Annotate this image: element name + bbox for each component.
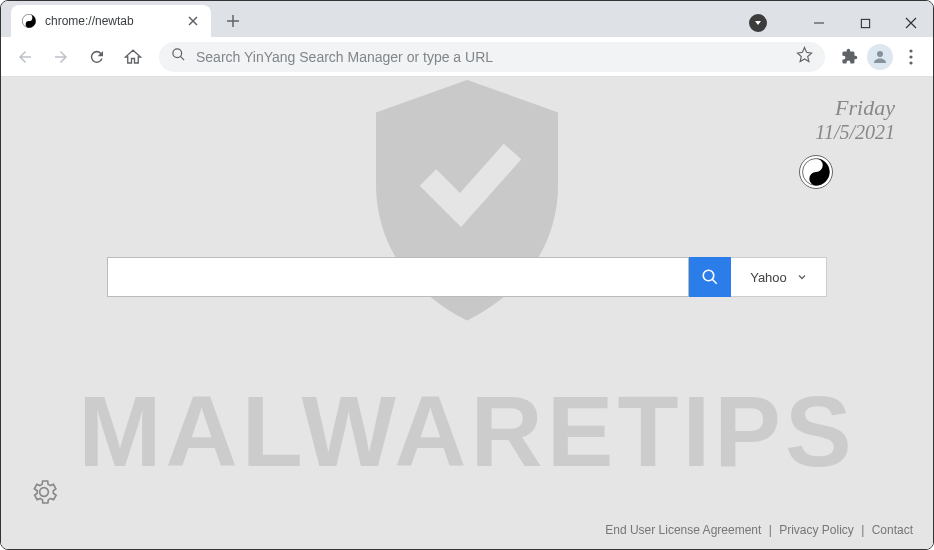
svg-point-12: [703, 270, 714, 281]
date-value: 11/5/2021: [815, 121, 895, 144]
reload-button[interactable]: [81, 41, 113, 73]
svg-point-8: [909, 61, 912, 64]
back-button[interactable]: [9, 41, 41, 73]
browser-tab[interactable]: chrome://newtab: [11, 5, 211, 37]
tab-title: chrome://newtab: [45, 14, 177, 28]
separator: |: [861, 523, 864, 537]
omnibox[interactable]: Search YinYang Search Manager or type a …: [159, 42, 825, 72]
yinyang-logo-icon: [799, 155, 833, 189]
footer-links: End User License Agreement | Privacy Pol…: [605, 523, 913, 537]
search-input[interactable]: [107, 257, 689, 297]
omnibox-placeholder: Search YinYang Search Manager or type a …: [196, 49, 786, 65]
svg-point-10: [814, 163, 818, 167]
provider-label: Yahoo: [750, 270, 787, 285]
svg-point-7: [909, 55, 912, 58]
eula-link[interactable]: End User License Agreement: [605, 523, 761, 537]
download-indicator-icon[interactable]: [749, 14, 767, 32]
forward-button[interactable]: [45, 41, 77, 73]
close-window-button[interactable]: [897, 11, 925, 35]
svg-point-5: [877, 51, 883, 57]
toolbar: Search YinYang Search Manager or type a …: [1, 37, 933, 77]
svg-point-11: [814, 177, 818, 181]
svg-point-6: [909, 49, 912, 52]
menu-button[interactable]: [897, 43, 925, 71]
extensions-button[interactable]: [835, 43, 863, 71]
watermark-text: MALWARETIPS: [78, 374, 855, 489]
privacy-link[interactable]: Privacy Policy: [779, 523, 854, 537]
titlebar: chrome://newtab: [1, 1, 933, 37]
new-tab-button[interactable]: [219, 7, 247, 35]
maximize-button[interactable]: [851, 11, 879, 35]
separator: |: [769, 523, 772, 537]
svg-point-1: [28, 17, 30, 19]
home-button[interactable]: [117, 41, 149, 73]
date-day: Friday: [815, 95, 895, 121]
date-widget: Friday 11/5/2021: [815, 95, 895, 144]
search-provider-select[interactable]: Yahoo: [731, 257, 827, 297]
contact-link[interactable]: Contact: [872, 523, 913, 537]
profile-button[interactable]: [867, 44, 893, 70]
page-content: MALWARETIPS Friday 11/5/2021 Yahoo End U…: [1, 77, 933, 549]
search-row: Yahoo: [107, 257, 827, 297]
svg-rect-3: [861, 19, 869, 27]
settings-gear-icon[interactable]: [29, 477, 59, 511]
yinyang-favicon-icon: [21, 13, 37, 29]
search-button[interactable]: [689, 257, 731, 297]
svg-point-2: [28, 24, 30, 26]
search-icon: [171, 47, 186, 66]
window-controls: [749, 1, 933, 37]
minimize-button[interactable]: [805, 11, 833, 35]
bookmark-star-icon[interactable]: [796, 46, 813, 67]
tab-close-icon[interactable]: [185, 13, 201, 29]
chevron-down-icon: [797, 272, 807, 282]
svg-point-4: [173, 49, 182, 58]
